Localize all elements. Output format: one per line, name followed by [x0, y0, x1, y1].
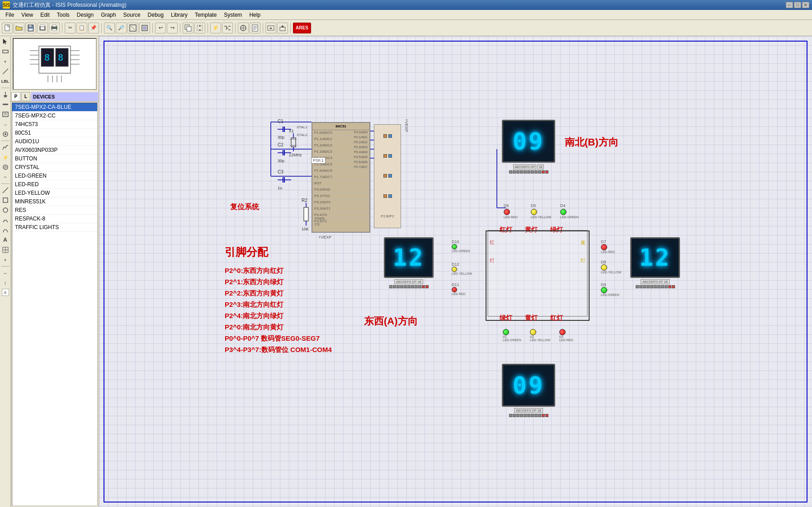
device-item-11[interactable]: MINRES51K — [12, 197, 97, 206]
tb-save[interactable] — [25, 23, 36, 33]
menu-graph[interactable]: Graph — [97, 11, 119, 19]
menu-help[interactable]: Help — [245, 11, 264, 19]
device-list[interactable]: 7SEG-MPX2-CA-BLUE 7SEG-MPX2-CC 74HC573 8… — [12, 103, 98, 506]
tb-sep7 — [263, 23, 263, 33]
vertical-label4: 灯 — [580, 254, 586, 255]
tb-block-copy[interactable] — [183, 23, 194, 33]
d2-label: D2 — [530, 335, 550, 338]
ew-right-display: 12 ABCDEFG DP 1B — [628, 237, 682, 296]
tool-power[interactable] — [1, 90, 10, 99]
tool-select[interactable] — [1, 37, 10, 46]
device-item-14[interactable]: TRAFFIC LIGHTS — [12, 223, 97, 232]
tool-component[interactable] — [1, 47, 10, 56]
device-item-10[interactable]: LED-YELLOW — [12, 189, 97, 197]
menu-system[interactable]: System — [220, 11, 245, 19]
tool-subsheet[interactable] — [1, 110, 10, 119]
minimize-button[interactable]: ─ — [786, 2, 793, 8]
tab-l[interactable]: L — [21, 92, 30, 101]
nb-bottom-value: 09 — [513, 372, 545, 399]
tb-zoom-out[interactable]: 🔎 — [116, 23, 127, 33]
tool-generator[interactable]: ~ — [1, 173, 10, 182]
tool-line[interactable] — [1, 186, 10, 195]
nb-top-display: 09 ABCDEFG DP 1B — [499, 120, 558, 178]
vertical-label2: 灯 — [489, 254, 496, 255]
mcu-p3-0: P3.0/RXD — [312, 187, 369, 193]
menu-view[interactable]: View — [18, 11, 37, 19]
tool-label[interactable]: LBL — [1, 77, 10, 86]
d3-led — [559, 329, 566, 335]
menu-edit[interactable]: Edit — [37, 11, 53, 19]
tb-bill[interactable] — [250, 23, 260, 33]
vertical-label1: 红 — [489, 236, 496, 237]
tool-nav-lr[interactable]: ↔ — [1, 268, 10, 277]
menu-source[interactable]: Source — [120, 11, 144, 19]
close-button[interactable]: ✕ — [802, 2, 809, 8]
tool-origin[interactable]: + — [1, 255, 10, 264]
tb-highlight[interactable] — [238, 23, 249, 33]
tool-box[interactable] — [1, 196, 10, 205]
tool-bus[interactable] — [1, 100, 10, 109]
tb-netlist[interactable] — [222, 23, 233, 33]
tool-symbols[interactable] — [1, 245, 10, 254]
tool-wire[interactable] — [1, 67, 10, 76]
tb-copy[interactable]: 📋 — [76, 23, 87, 33]
tb-block-move[interactable] — [194, 23, 205, 33]
tool-nav-ud[interactable]: ↕ — [1, 278, 10, 287]
tool-probe[interactable]: ⚡ — [1, 153, 10, 162]
tool-pin[interactable] — [1, 130, 10, 139]
x1-value: 12MHz — [289, 153, 302, 157]
tool-terminal[interactable]: → — [1, 120, 10, 129]
tab-p[interactable]: P — [11, 92, 20, 101]
device-item-4[interactable]: AUDIO1U — [12, 137, 97, 146]
menu-template[interactable]: Template — [191, 11, 221, 19]
device-item-8[interactable]: LED-GREEN — [12, 172, 97, 180]
maximize-button[interactable]: □ — [794, 2, 801, 8]
tb-ares[interactable]: ARES — [293, 23, 311, 33]
tool-arc[interactable] — [1, 216, 10, 225]
menu-file[interactable]: File — [2, 11, 18, 19]
menu-debug[interactable]: Debug — [144, 11, 167, 19]
device-item-7[interactable]: CRYSTAL — [12, 163, 97, 172]
tb-print-preview[interactable] — [37, 23, 48, 33]
tb-simulate[interactable]: ⚡ — [210, 23, 221, 33]
tb-open[interactable] — [14, 23, 24, 33]
pin-2: P2^2:东西方向黄灯 — [225, 289, 332, 298]
canvas-area[interactable]: 复位系统 C1 30p C2 — [99, 36, 812, 507]
tool-text[interactable]: A — [1, 235, 10, 244]
respack-connector: P2.B/P2 — [374, 124, 401, 228]
device-item-1[interactable]: 7SEG-MPX2-CC — [12, 112, 97, 120]
device-item-5[interactable]: AVX0603NP033P — [12, 146, 97, 155]
device-item-9[interactable]: LED-RED — [12, 180, 97, 189]
tb-undo[interactable]: ↩ — [155, 23, 166, 33]
device-item-0[interactable]: 7SEG-MPX2-CA-BLUE — [12, 103, 97, 112]
tb-print[interactable] — [49, 23, 60, 33]
pin-6: P0^0-P0^7 数码管SEG0-SEG7 — [225, 334, 332, 343]
tb-export[interactable] — [265, 23, 276, 33]
mcu-p3-1: P3.1/TXD — [312, 193, 369, 199]
device-item-6[interactable]: BUTTON — [12, 155, 97, 163]
tool-graph[interactable] — [1, 143, 10, 152]
tb-redo[interactable]: ↪ — [167, 23, 178, 33]
tb-cut[interactable]: ✂ — [65, 23, 76, 33]
tool-junction[interactable]: + — [1, 57, 10, 66]
menu-tools[interactable]: Tools — [53, 11, 73, 19]
tb-paste[interactable]: 📌 — [88, 23, 99, 33]
device-item-2[interactable]: 74HC573 — [12, 120, 97, 129]
tool-path[interactable] — [1, 225, 10, 235]
device-item-12[interactable]: RES — [12, 206, 97, 215]
nb-lights-bottom: 绿灯 黄灯 红灯 — [500, 314, 563, 322]
tb-import[interactable] — [277, 23, 288, 33]
device-item-13[interactable]: RESPACK-8 — [12, 215, 97, 223]
tb-zoom-in[interactable]: 🔍 — [104, 23, 115, 33]
tb-zoom-full[interactable] — [139, 23, 150, 33]
tool-tape[interactable] — [1, 163, 10, 172]
menu-design[interactable]: Design — [73, 11, 97, 19]
tool-circle[interactable] — [1, 206, 10, 215]
tb-zoom-fit[interactable] — [127, 23, 138, 33]
tb-new[interactable] — [2, 23, 13, 33]
ew-right-value: 12 — [639, 244, 671, 271]
menu-library[interactable]: Library — [167, 11, 191, 19]
d5-group: D5 LED-YELLOW — [531, 203, 551, 219]
res-pin4 — [388, 154, 392, 158]
device-item-3[interactable]: 80C51 — [12, 129, 97, 137]
